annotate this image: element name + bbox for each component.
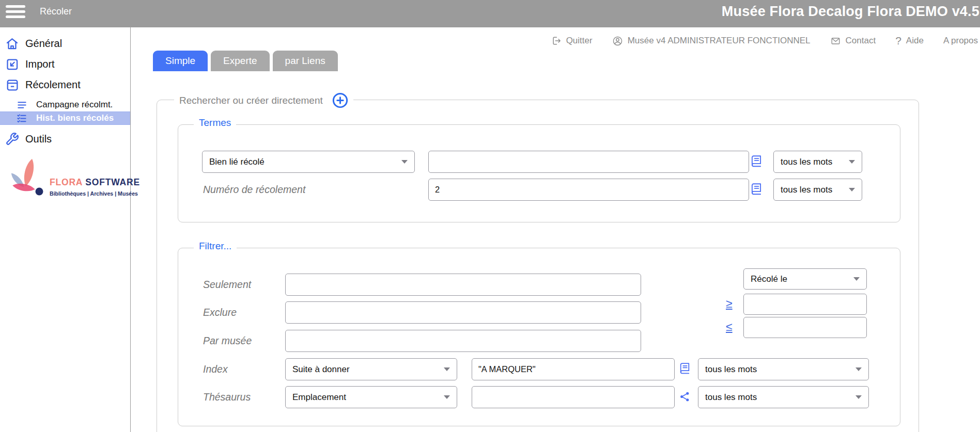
date-field-select[interactable]: Récolé le <box>743 268 867 290</box>
date-lte-input[interactable] <box>743 317 867 338</box>
exclure-input[interactable] <box>285 301 641 324</box>
contact-link[interactable]: Contact <box>830 36 876 46</box>
sidebar-item-campagne-recolmt[interactable]: Campagne récolmt. <box>0 98 130 111</box>
seulement-label: Seulement <box>203 274 251 296</box>
tab-experte[interactable]: Experte <box>211 51 269 71</box>
chevron-down-icon <box>849 188 855 191</box>
sidebar-item-label: Import <box>25 58 55 70</box>
sidebar-item-hist-biens-recoles[interactable]: Hist. biens récolés <box>0 111 130 125</box>
window-title: Musée Flora Decalog Flora DEMO v4.5 <box>722 4 979 20</box>
user-label: Musée v4 ADMINISTRATEUR FONCTIONNEL <box>628 36 811 46</box>
sidebar-item-outils[interactable]: Outils <box>0 127 130 150</box>
tab-simple[interactable]: Simple <box>153 51 208 71</box>
archive-box-icon <box>5 78 19 92</box>
thesaurus-share-icon[interactable] <box>679 391 691 403</box>
hamburger-menu-icon[interactable] <box>6 5 26 21</box>
sidebar-item-general[interactable]: Général <box>0 33 130 54</box>
flora-software-logo: FLORA SOFTWARE Bibliothèques | Archives … <box>7 157 127 202</box>
numero-recolement-input[interactable] <box>428 179 749 201</box>
mail-icon <box>830 36 841 46</box>
seulement-input[interactable] <box>285 274 641 296</box>
term-value-input[interactable] <box>428 151 749 173</box>
lte-operator: ≤ <box>726 320 733 334</box>
thesaurus-value-input[interactable] <box>472 386 675 408</box>
sidebar-item-label: Général <box>25 38 62 50</box>
sidebar-item-label: Hist. biens récolés <box>36 113 114 123</box>
chevron-down-icon <box>855 395 862 399</box>
exclure-label: Exclure <box>203 301 237 324</box>
term-field-select[interactable]: Bien lié récolé <box>202 151 415 173</box>
term-lookup-book-icon[interactable] <box>750 154 763 168</box>
thesaurus-mode-select[interactable]: tous les mots <box>698 386 869 408</box>
index-field-select[interactable]: Suite à donner <box>285 358 457 380</box>
thesaurus-label: Thésaurus <box>203 386 251 408</box>
tab-par-liens[interactable]: par Liens <box>273 51 338 71</box>
app-title: Récoler <box>40 0 72 23</box>
contact-label: Contact <box>846 36 876 46</box>
index-label: Index <box>203 358 228 380</box>
termes-legend: Termes <box>199 117 231 129</box>
par-musee-label: Par musée <box>203 330 252 352</box>
gte-operator: ≥ <box>726 297 733 311</box>
flora-petals-icon <box>7 157 45 202</box>
filtrer-legend: Filtrer... <box>199 241 231 252</box>
home-icon <box>5 37 19 51</box>
user-icon <box>612 36 623 46</box>
sidebar-item-import[interactable]: Import <box>0 54 130 74</box>
filtrer-panel: Filtrer... Seulement Exclure Par musée I… <box>178 248 900 426</box>
date-gte-input[interactable] <box>743 294 867 315</box>
help-icon: ? <box>895 35 901 47</box>
sidebar-item-recolement[interactable]: Récolement <box>0 74 130 95</box>
par-musee-input[interactable] <box>285 330 641 352</box>
chevron-down-icon <box>444 395 450 399</box>
termes-panel: Termes Bien lié récolé tous les mots Num… <box>178 124 900 222</box>
brand-tagline: Bibliothèques | Archives | Musées <box>50 190 140 197</box>
sidebar-item-label: Outils <box>25 133 52 145</box>
numero-recolement-label: Numéro de récolement <box>203 179 305 201</box>
quitter-label: Quitter <box>566 36 593 46</box>
sidebar-item-label: Récolement <box>25 79 81 91</box>
brand-name: FLORA SOFTWARE <box>50 177 140 188</box>
index-lookup-book-icon[interactable] <box>678 362 691 375</box>
numero-lookup-book-icon[interactable] <box>750 182 763 196</box>
apropos-link[interactable]: A propos <box>943 36 978 46</box>
term-mode-select[interactable]: tous les mots <box>773 151 862 173</box>
index-mode-select[interactable]: tous les mots <box>698 358 869 380</box>
numero-mode-select[interactable]: tous les mots <box>773 179 862 201</box>
create-plus-icon[interactable] <box>332 92 348 108</box>
search-panel-legend: Rechercher ou créer directement <box>179 95 323 106</box>
header-links: Quitter Musée v4 ADMINISTRATEUR FONCTION… <box>551 35 978 47</box>
top-bar: Récoler Musée Flora Decalog Flora DEMO v… <box>0 0 980 27</box>
quitter-link[interactable]: Quitter <box>551 36 593 46</box>
thesaurus-field-select[interactable]: Emplacement <box>285 386 457 408</box>
chevron-down-icon <box>855 367 862 371</box>
chevron-down-icon <box>849 160 855 164</box>
aide-link[interactable]: ? Aide <box>895 35 924 47</box>
import-icon <box>5 57 19 71</box>
aide-label: Aide <box>906 36 924 46</box>
checklist-icon <box>16 113 28 124</box>
list-icon <box>16 99 28 111</box>
chevron-down-icon <box>853 277 860 281</box>
search-panel: Rechercher ou créer directement Termes B… <box>157 100 919 432</box>
apropos-label: A propos <box>943 36 978 46</box>
wrench-icon <box>5 132 19 146</box>
header-row: Quitter Musée v4 ADMINISTRATEUR FONCTION… <box>131 27 980 52</box>
chevron-down-icon <box>444 367 450 371</box>
sidebar: Général Import Récolement <box>0 27 131 432</box>
chevron-down-icon <box>401 160 408 164</box>
search-mode-tabs: Simple Experte par Liens <box>153 51 338 71</box>
user-account[interactable]: Musée v4 ADMINISTRATEUR FONCTIONNEL <box>612 36 811 46</box>
logout-icon <box>551 36 562 46</box>
index-value-input[interactable] <box>472 358 675 380</box>
sidebar-item-label: Campagne récolmt. <box>36 100 113 110</box>
